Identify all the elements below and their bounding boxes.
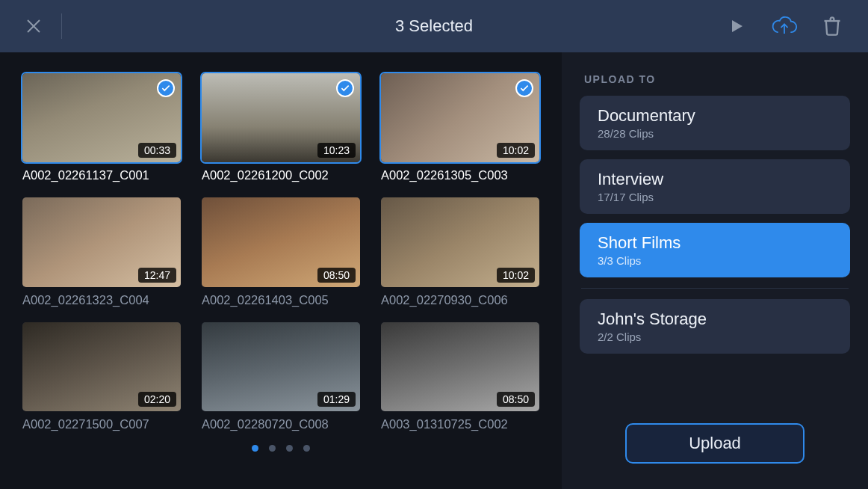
- destination-list-primary: Documentary28/28 ClipsInterview17/17 Cli…: [580, 96, 850, 277]
- clip-thumbnail: 12:47: [22, 197, 181, 286]
- clip-name: A002_02261200_C002: [202, 168, 360, 182]
- clip-item[interactable]: 00:33A002_02261137_C001: [22, 73, 181, 182]
- clip-thumbnail: 10:23: [202, 73, 360, 162]
- clip-item[interactable]: 10:02A002_02261305_C003: [381, 73, 539, 182]
- selected-check-icon: [515, 79, 533, 97]
- destination-title: Documentary: [598, 106, 835, 126]
- clip-duration: 08:50: [497, 392, 535, 407]
- selected-check-icon: [336, 79, 354, 97]
- clip-duration: 10:02: [497, 268, 535, 283]
- clip-name: A002_02261403_C005: [202, 293, 360, 307]
- trash-icon: [822, 16, 843, 37]
- clip-item[interactable]: 10:23A002_02261200_C002: [202, 73, 360, 182]
- clip-thumbnail: 10:02: [381, 73, 539, 162]
- destination-title: John's Storage: [598, 310, 835, 329]
- cloud-upload-button[interactable]: [771, 13, 798, 40]
- selected-check-icon: [157, 79, 175, 97]
- destination-subtitle: 3/3 Clips: [598, 254, 835, 267]
- clip-item[interactable]: 12:47A002_02261323_C004: [22, 197, 181, 307]
- clip-thumbnail: 08:50: [202, 197, 360, 286]
- page-dot[interactable]: [269, 445, 276, 452]
- clip-thumbnail: 02:20: [22, 322, 181, 411]
- clip-duration: 02:20: [138, 392, 176, 407]
- destination-title: Interview: [598, 170, 835, 189]
- page-dot[interactable]: [303, 445, 310, 452]
- clip-duration: 08:50: [317, 268, 356, 283]
- clip-item[interactable]: 02:20A002_02271500_C007: [22, 322, 181, 431]
- clip-name: A002_02261137_C001: [22, 168, 181, 182]
- destination-subtitle: 17/17 Clips: [598, 191, 835, 203]
- clip-name: A002_02280720_C008: [202, 417, 360, 431]
- clip-duration: 10:02: [497, 143, 535, 158]
- clip-name: A003_01310725_C002: [381, 417, 539, 431]
- top-bar: 3 Selected: [0, 0, 868, 52]
- clip-thumbnail: 10:02: [381, 197, 539, 286]
- clip-duration: 00:33: [138, 143, 176, 158]
- clip-item[interactable]: 10:02A002_02270930_C006: [381, 197, 539, 307]
- clip-thumbnail: 01:29: [202, 322, 360, 411]
- clip-name: A002_02271500_C007: [22, 417, 181, 431]
- destination-subtitle: 28/28 Clips: [598, 127, 835, 140]
- clip-thumbnail: 08:50: [381, 322, 539, 411]
- clip-duration: 12:47: [138, 268, 176, 283]
- destination-item[interactable]: Documentary28/28 Clips: [580, 96, 850, 150]
- close-button[interactable]: [22, 15, 45, 37]
- clip-duration: 01:29: [317, 392, 356, 407]
- divider: [581, 288, 849, 289]
- clip-name: A002_02261305_C003: [381, 168, 539, 182]
- play-icon: [728, 17, 745, 35]
- clip-duration: 10:23: [317, 143, 356, 158]
- clip-item[interactable]: 01:29A002_02280720_C008: [202, 322, 360, 431]
- clip-name: A002_02270930_C006: [381, 293, 539, 307]
- clip-grid-panel: 00:33A002_02261137_C00110:23A002_0226120…: [0, 52, 562, 489]
- page-dot[interactable]: [252, 445, 258, 452]
- svg-marker-2: [732, 20, 743, 32]
- clip-item[interactable]: 08:50A003_01310725_C002: [381, 322, 539, 431]
- destination-item[interactable]: Short Films3/3 Clips: [580, 223, 850, 277]
- destination-subtitle: 2/2 Clips: [598, 330, 835, 343]
- destination-item[interactable]: Interview17/17 Clips: [580, 159, 850, 214]
- page-indicator: [22, 445, 539, 452]
- clip-grid: 00:33A002_02261137_C00110:23A002_0226120…: [22, 73, 539, 431]
- page-dot[interactable]: [286, 445, 293, 452]
- upload-button[interactable]: Upload: [625, 423, 805, 464]
- clip-item[interactable]: 08:50A002_02261403_C005: [202, 197, 360, 307]
- divider: [61, 13, 62, 39]
- destination-item[interactable]: John's Storage2/2 Clips: [580, 299, 850, 354]
- close-icon: [25, 17, 43, 35]
- delete-button[interactable]: [819, 13, 846, 40]
- play-button[interactable]: [723, 13, 750, 40]
- upload-button-label: Upload: [689, 434, 741, 453]
- destination-list-secondary: John's Storage2/2 Clips: [580, 299, 850, 354]
- upload-panel: UPLOAD TO Documentary28/28 ClipsIntervie…: [562, 52, 868, 489]
- upload-section-label: UPLOAD TO: [584, 73, 850, 85]
- cloud-upload-icon: [771, 15, 798, 37]
- destination-title: Short Films: [598, 233, 835, 253]
- clip-thumbnail: 00:33: [22, 73, 181, 162]
- clip-name: A002_02261323_C004: [22, 293, 181, 307]
- header-actions: [723, 13, 846, 40]
